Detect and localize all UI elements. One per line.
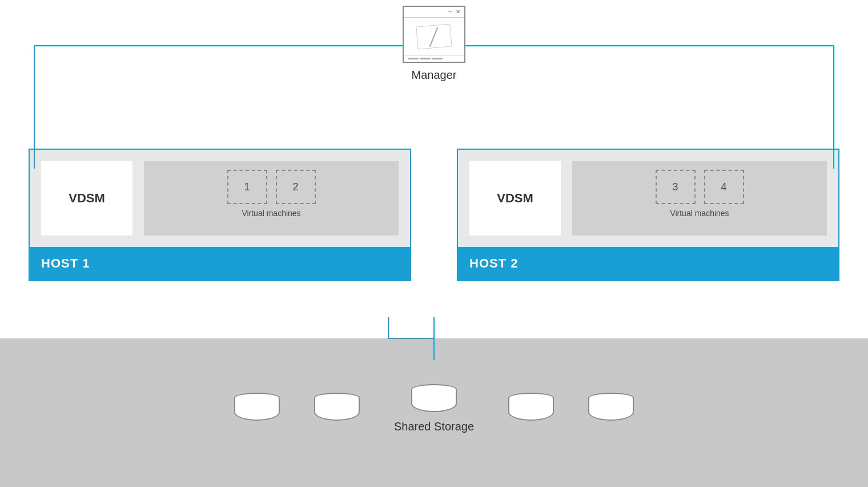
disk-icon-2	[314, 393, 360, 424]
host1-vms-label: Virtual machines	[242, 209, 300, 218]
host1-vms-row: 1 2	[227, 170, 316, 204]
host1-vdsm: VDSM	[41, 161, 132, 235]
disk-icon-1	[234, 393, 280, 424]
host1-vm1: 1	[227, 170, 267, 204]
diagram-container: ─ ✕ ╱ Manager VDSM 1 2 Virtual	[0, 0, 868, 487]
manager-area: ─ ✕ ╱ Manager	[403, 6, 465, 82]
host2-vdsm: VDSM	[469, 161, 561, 235]
close-icon: ✕	[455, 9, 461, 15]
disk-body-4	[508, 398, 554, 421]
host1-vm2: 2	[276, 170, 316, 204]
host2-vm3: 3	[656, 170, 696, 204]
disk-3-center: Shared Storage	[394, 384, 474, 433]
disk-5	[588, 393, 634, 424]
disk-4	[508, 393, 554, 424]
host2-label: HOST 2	[458, 247, 838, 280]
storage-area: Shared Storage	[0, 338, 868, 487]
manager-label: Manager	[412, 69, 457, 82]
disk-body-3	[411, 389, 457, 412]
disk-body-5	[588, 398, 634, 421]
disk-body-2	[314, 398, 360, 421]
manager-screen-line: ╱	[416, 23, 452, 49]
host2-content: VDSM 3 4 Virtual machines	[458, 150, 838, 247]
storage-disks: Shared Storage	[234, 384, 634, 433]
host2-vm4: 4	[704, 170, 744, 204]
manager-screen: ╱	[404, 18, 464, 55]
disk-1	[234, 393, 280, 424]
storage-label: Shared Storage	[394, 420, 474, 433]
host2-vms-area: 3 4 Virtual machines	[572, 161, 827, 235]
disk-icon-4	[508, 393, 554, 424]
minimize-icon: ─	[447, 9, 453, 15]
host1-box: VDSM 1 2 Virtual machines HOST 1	[29, 149, 411, 281]
manager-icon: ─ ✕ ╱	[403, 6, 465, 63]
host2-box: VDSM 3 4 Virtual machines HOST 2	[457, 149, 839, 281]
host1-content: VDSM 1 2 Virtual machines	[30, 150, 410, 247]
disk-2	[314, 393, 360, 424]
host2-vms-row: 3 4	[656, 170, 744, 204]
disk-body-1	[234, 398, 280, 421]
host2-vms-label: Virtual machines	[670, 209, 729, 218]
disk-icon-5	[588, 393, 634, 424]
host1-label: HOST 1	[30, 247, 410, 280]
manager-title-bar: ─ ✕	[404, 7, 464, 18]
disk-icon-3	[411, 384, 457, 416]
manager-bottom-bar	[404, 55, 464, 62]
hosts-row: VDSM 1 2 Virtual machines HOST 1 VDSM 3	[29, 149, 839, 281]
host1-vms-area: 1 2 Virtual machines	[144, 161, 399, 235]
